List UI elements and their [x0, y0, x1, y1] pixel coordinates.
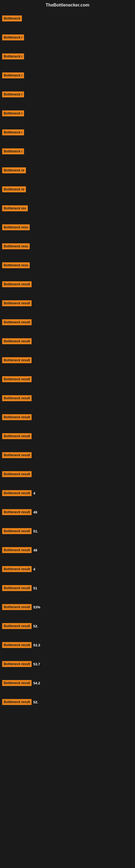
table-row: Bottleneck re — [0, 161, 135, 180]
table-row: Bottleneck resu — [0, 237, 135, 256]
table-row: Bottleneck result53.3 — [0, 636, 135, 654]
table-row: Bottleneck r — [0, 66, 135, 85]
bottleneck-value: 53.7 — [33, 662, 40, 666]
bottleneck-label: Bottleneck resu — [2, 262, 30, 268]
rows-container: BottleneckBottleneck rBottleneck rBottle… — [0, 9, 135, 712]
bottleneck-label: Bottleneck result — [2, 319, 32, 325]
bottleneck-label: Bottleneck result — [2, 376, 32, 382]
table-row: Bottleneck res — [0, 199, 135, 218]
bottleneck-label: Bottleneck r — [2, 148, 24, 154]
table-row: Bottleneck re — [0, 180, 135, 199]
table-row: Bottleneck resu — [0, 256, 135, 275]
table-row: Bottleneck — [0, 9, 135, 28]
bottleneck-value: 49 — [33, 510, 37, 514]
bottleneck-label: Bottleneck r — [2, 34, 24, 40]
table-row: Bottleneck r — [0, 142, 135, 161]
bottleneck-label: Bottleneck result — [2, 490, 32, 496]
bottleneck-label: Bottleneck result — [2, 433, 32, 439]
bottleneck-label: Bottleneck result — [2, 528, 32, 534]
bottleneck-label: Bottleneck res — [2, 205, 28, 211]
table-row: Bottleneck result — [0, 389, 135, 408]
table-row: Bottleneck result — [0, 465, 135, 484]
bottleneck-label: Bottleneck result — [2, 338, 32, 344]
table-row: Bottleneck r — [0, 85, 135, 104]
table-row: Bottleneck resu — [0, 218, 135, 237]
bottleneck-label: Bottleneck result — [2, 661, 32, 667]
table-row: Bottleneck result52. — [0, 617, 135, 636]
table-row: Bottleneck result53% — [0, 597, 135, 617]
table-row: Bottleneck result — [0, 275, 135, 294]
bottleneck-value: 4 — [33, 567, 35, 571]
header: TheBottlenecker.com — [0, 0, 135, 9]
table-row: Bottleneck result53.7 — [0, 654, 135, 674]
bottleneck-label: Bottleneck re — [2, 186, 26, 192]
table-row: Bottleneck result — [0, 408, 135, 427]
bottleneck-label: Bottleneck result — [2, 509, 32, 515]
table-row: Bottleneck result — [0, 427, 135, 446]
table-row: Bottleneck r — [0, 123, 135, 142]
table-row: Bottleneck result52. — [0, 692, 135, 712]
bottleneck-label: Bottleneck resu — [2, 243, 30, 249]
bottleneck-label: Bottleneck result — [2, 699, 32, 705]
table-row: Bottleneck r — [0, 104, 135, 123]
bottleneck-value: 52. — [33, 624, 38, 628]
table-row: Bottleneck result51. — [0, 522, 135, 540]
table-row: Bottleneck result — [0, 370, 135, 389]
bottleneck-value: 4 — [33, 491, 35, 495]
bottleneck-label: Bottleneck result — [2, 604, 32, 610]
bottleneck-value: 52. — [33, 700, 38, 704]
bottleneck-label: Bottleneck result — [2, 585, 32, 591]
bottleneck-label: Bottleneck result — [2, 281, 32, 287]
bottleneck-label: Bottleneck result — [2, 395, 32, 401]
bottleneck-label: Bottleneck result — [2, 471, 32, 477]
table-row: Bottleneck result49 — [0, 540, 135, 560]
table-row: Bottleneck result49 — [0, 503, 135, 522]
bottleneck-value: 51 — [33, 586, 37, 590]
table-row: Bottleneck r — [0, 47, 135, 66]
table-row: Bottleneck result — [0, 351, 135, 370]
bottleneck-label: Bottleneck result — [2, 452, 32, 458]
table-row: Bottleneck result54.2 — [0, 674, 135, 692]
bottleneck-label: Bottleneck result — [2, 680, 32, 686]
table-row: Bottleneck result — [0, 446, 135, 465]
bottleneck-label: Bottleneck — [2, 16, 22, 22]
table-row: Bottleneck result4 — [0, 560, 135, 579]
bottleneck-value: 53.3 — [33, 643, 40, 647]
table-row: Bottleneck result — [0, 313, 135, 332]
bottleneck-label: Bottleneck result — [2, 357, 32, 363]
bottleneck-label: Bottleneck r — [2, 54, 24, 59]
table-row: Bottleneck result51 — [0, 579, 135, 597]
bottleneck-label: Bottleneck result — [2, 642, 32, 648]
table-row: Bottleneck result — [0, 294, 135, 313]
bottleneck-value: 53% — [33, 605, 40, 609]
bottleneck-label: Bottleneck result — [2, 300, 32, 306]
table-row: Bottleneck r — [0, 28, 135, 47]
bottleneck-label: Bottleneck result — [2, 547, 32, 553]
bottleneck-value: 49 — [33, 548, 37, 552]
bottleneck-label: Bottleneck resu — [2, 224, 30, 230]
bottleneck-label: Bottleneck r — [2, 111, 24, 116]
bottleneck-value: 54.2 — [33, 681, 40, 685]
bottleneck-label: Bottleneck re — [2, 167, 26, 173]
bottleneck-value: 51. — [33, 529, 38, 533]
bottleneck-label: Bottleneck r — [2, 72, 24, 79]
site-title: TheBottlenecker.com — [0, 0, 135, 9]
bottleneck-label: Bottleneck r — [2, 91, 24, 97]
bottleneck-label: Bottleneck result — [2, 623, 32, 629]
table-row: Bottleneck result4 — [0, 484, 135, 503]
bottleneck-label: Bottleneck r — [2, 129, 24, 135]
bottleneck-label: Bottleneck result — [2, 566, 32, 572]
table-row: Bottleneck result — [0, 332, 135, 351]
bottleneck-label: Bottleneck result — [2, 414, 32, 420]
